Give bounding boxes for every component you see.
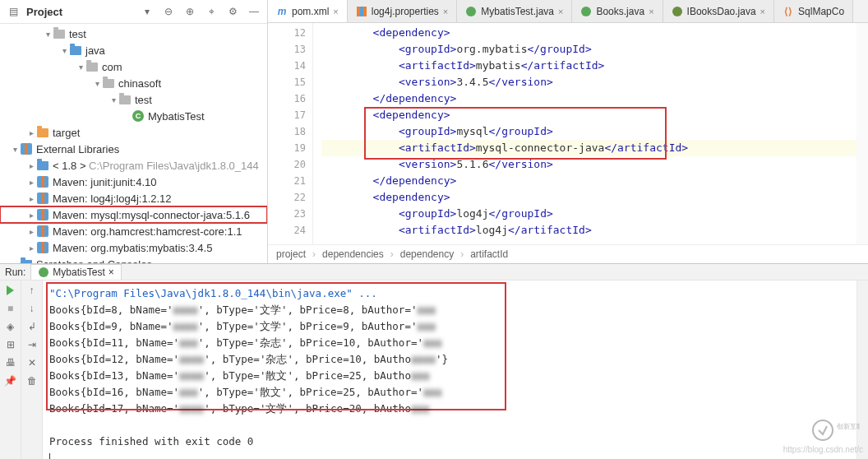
close-icon[interactable]: ×: [558, 7, 563, 16]
clear-icon[interactable]: ✕: [25, 356, 39, 369]
tree-folder-chinasoft[interactable]: ▾chinasoft: [0, 75, 267, 91]
tree-lib-junit[interactable]: ▸Maven: junit:junit:4.10: [0, 174, 267, 190]
close-icon[interactable]: ×: [108, 267, 114, 278]
breadcrumb[interactable]: project› dependencies› dependency› artif…: [268, 244, 868, 263]
close-icon[interactable]: ×: [333, 7, 338, 16]
tree-external-libs[interactable]: ▾External Libraries: [0, 141, 267, 157]
tab-pom[interactable]: mpom.xml×: [268, 0, 348, 22]
cursor: [49, 453, 50, 460]
class-icon: [580, 6, 592, 17]
tree-folder-test2[interactable]: ▾test: [0, 91, 267, 108]
svg-point-0: [813, 420, 833, 440]
tree-folder-test[interactable]: ▾test: [0, 26, 267, 42]
editor-minimap[interactable]: [856, 23, 868, 244]
tab-ibooks[interactable]: IBooksDao.java×: [663, 0, 774, 22]
layout-icon[interactable]: ⊞: [4, 338, 17, 351]
pin-icon[interactable]: 📌: [4, 374, 17, 387]
tab-mybatistest[interactable]: MybatisTest.java×: [457, 0, 572, 22]
project-tree[interactable]: ▾test ▾java ▾com ▾chinasoft ▾test CMybat…: [0, 24, 267, 263]
tree-folder-com[interactable]: ▾com: [0, 58, 267, 75]
editor-tabs: mpom.xml× log4j.properties× MybatisTest.…: [268, 0, 868, 23]
xml-icon: ⟨⟩: [783, 6, 794, 17]
down-icon[interactable]: ↓: [25, 302, 39, 315]
trash-icon[interactable]: 🗑: [25, 374, 39, 387]
class-icon: [465, 6, 477, 17]
close-icon[interactable]: ×: [443, 7, 448, 16]
breadcrumb-item[interactable]: artifactId: [470, 248, 508, 260]
wrap-icon[interactable]: ↲: [25, 320, 39, 333]
code-content[interactable]: <dependency> <groupId>org.mybatis</group…: [313, 23, 856, 244]
scroll-icon[interactable]: ⇥: [25, 338, 39, 351]
tree-lib-mybatis[interactable]: ▸Maven: org.mybatis:mybatis:3.4.5: [0, 239, 267, 256]
close-icon[interactable]: ×: [760, 7, 765, 16]
expand-icon[interactable]: ⊕: [182, 3, 198, 20]
sidebar-title[interactable]: Project: [26, 6, 134, 18]
editor-area: mpom.xml× log4j.properties× MybatisTest.…: [268, 0, 868, 263]
svg-text:创新互联: 创新互联: [837, 423, 860, 430]
class-icon: [38, 267, 49, 278]
breadcrumb-item[interactable]: dependency: [400, 248, 454, 260]
hide-icon[interactable]: —: [246, 3, 262, 20]
code-editor[interactable]: 12131415161718192021222324 <dependency> …: [268, 23, 868, 244]
tree-lib-hamcrest[interactable]: ▸Maven: org.hamcrest:hamcrest-core:1.1: [0, 223, 267, 239]
run-label: Run:: [5, 267, 25, 278]
breadcrumb-item[interactable]: dependencies: [322, 248, 384, 260]
stop-icon[interactable]: ■: [4, 302, 17, 315]
console-exit: Process finished with exit code 0: [49, 434, 850, 450]
rerun-icon[interactable]: [4, 284, 17, 297]
tree-scratches[interactable]: ▸Scratches and Consoles: [0, 256, 267, 263]
url-watermark: https://blog.csdn.net/c: [783, 445, 863, 454]
highlight-box-code: [364, 107, 667, 160]
maven-icon: m: [276, 6, 288, 17]
tree-jdk[interactable]: ▸< 1.8 > C:\Program Files\Java\jdk1.8.0_…: [0, 157, 267, 174]
tree-lib-log4j[interactable]: ▸Maven: log4j:log4j:1.2.12: [0, 190, 267, 206]
logo-watermark: 创新互联: [810, 418, 860, 443]
run-toolbar-right: ↑ ↓ ↲ ⇥ ✕ 🗑: [21, 280, 43, 459]
tree-class-mybatistest[interactable]: CMybatisTest: [0, 108, 267, 124]
tab-sqlmap[interactable]: ⟨⟩SqlMapCo: [774, 0, 853, 22]
tree-folder-java[interactable]: ▾java: [0, 42, 267, 58]
tab-books[interactable]: Books.java×: [572, 0, 663, 22]
interface-icon: [672, 6, 683, 17]
tree-folder-target[interactable]: ▸target: [0, 124, 267, 141]
collapse-icon[interactable]: ⊖: [160, 3, 177, 20]
run-tab[interactable]: MybatisTest×: [30, 264, 121, 280]
properties-icon: [356, 6, 367, 17]
close-icon[interactable]: ×: [649, 7, 653, 16]
project-sidebar: ▤ Project ▾ ⊖ ⊕ ⌖ ⚙ — ▾test ▾java ▾com ▾…: [0, 0, 268, 263]
breadcrumb-item[interactable]: project: [276, 248, 306, 260]
project-icon: ▤: [5, 3, 21, 20]
tree-lib-mysql[interactable]: ▸Maven: mysql:mysql-connector-java:5.1.6: [0, 206, 267, 223]
up-icon[interactable]: ↑: [25, 284, 39, 297]
dropdown-icon[interactable]: ▾: [139, 3, 155, 20]
run-panel: Run: MybatisTest× ■ ◈ ⊞ 🖶 📌 ↑ ↓ ↲ ⇥ ✕ 🗑: [0, 263, 868, 459]
run-toolbar-left: ■ ◈ ⊞ 🖶 📌: [0, 280, 21, 459]
console-output[interactable]: "C:\Program Files\Java\jdk1.8.0_144\bin\…: [43, 280, 856, 459]
sidebar-header: ▤ Project ▾ ⊖ ⊕ ⌖ ⚙ —: [0, 0, 267, 24]
run-header: Run: MybatisTest×: [0, 264, 868, 280]
tab-log4j[interactable]: log4j.properties×: [348, 0, 458, 22]
gear-icon[interactable]: ⚙: [224, 3, 241, 20]
line-gutter: 12131415161718192021222324: [268, 23, 313, 244]
snapshot-icon[interactable]: ◈: [4, 320, 17, 333]
locate-icon[interactable]: ⌖: [203, 3, 219, 20]
print-icon[interactable]: 🖶: [4, 356, 17, 369]
